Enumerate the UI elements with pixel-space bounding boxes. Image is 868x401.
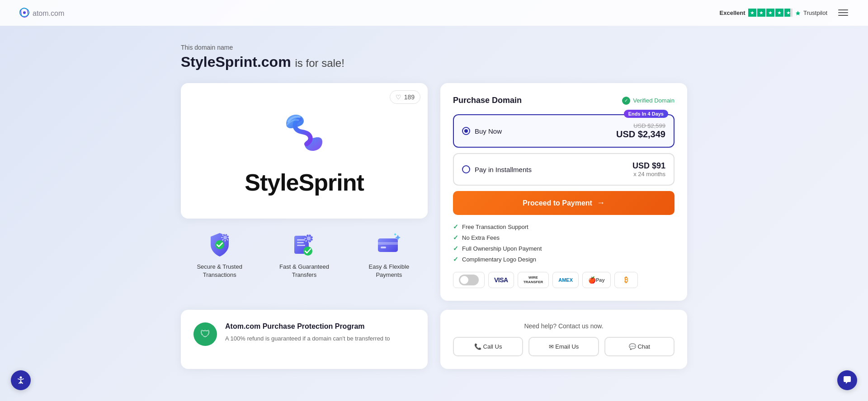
svg-rect-8 [297,245,305,246]
hamburger-menu[interactable] [836,8,850,18]
feature-ownership: ✓ Full Ownership Upon Payment [453,245,675,252]
features-row: Secure & TrustedTransactions [181,229,428,279]
check-icon-3: ✓ [453,245,458,252]
feature-payment-label: Easy & FlexiblePayments [369,263,410,279]
check-icon-2: ✓ [453,234,458,241]
purchase-panel: Purchase Domain ✓ Verified Domain Ends I… [440,83,687,301]
transfer-icon [290,229,319,258]
contact-btn-3[interactable]: 💬 Chat [604,337,675,356]
svg-marker-1 [796,11,800,15]
chat-button[interactable] [837,370,857,390]
payment-methods: VISA WIRETRANSFER AMEX 🍎 Pay ₿ [453,272,675,288]
star-3: ★ [766,9,774,17]
svg-rect-7 [297,242,304,243]
brand-name: StyleSprint [245,169,364,196]
bottom-section: 🛡 Atom.com Purchase Protection Program A… [163,310,705,387]
stars: ★ ★ ★ ★ ★ [748,9,793,17]
feature-fast-label: Fast & GuaranteedTransfers [279,263,329,279]
svg-point-10 [307,237,311,241]
purchase-title: Purchase Domain [453,96,522,105]
price-amount: USD $2,599 USD $2,349 [616,122,665,140]
payment-crypto: ₿ [614,272,638,288]
radio-buy-now [462,127,470,135]
logo-card: ♡ 189 [181,83,428,219]
trustpilot-icon [795,10,801,16]
verified-label: Verified Domain [633,97,675,104]
heart-icon: ♡ [396,93,401,101]
accessibility-button[interactable] [11,370,31,390]
verified-icon: ✓ [622,97,630,105]
toggle-icon [459,275,479,285]
buy-now-label: Buy Now [462,127,502,135]
installments-label: Pay in Installments [462,165,532,173]
feature-secure-label: Secure & TrustedTransactions [197,263,242,279]
star-2: ★ [757,9,765,17]
arrow-icon: → [597,198,605,208]
trustpilot-name: Trustpilot [795,9,827,16]
accessibility-icon [16,375,26,385]
nav-right: Excellent ★ ★ ★ ★ ★ Trustpilot [720,8,850,18]
star-4: ★ [775,9,783,17]
radio-installments [462,165,470,173]
contact-btn-1[interactable]: 📞 Call Us [453,337,523,356]
like-count: 189 [404,93,415,101]
payment-visa: VISA [488,272,514,288]
payment-icon [374,229,403,258]
brand-logo-graphic [277,106,331,162]
domain-label: This domain name [181,44,687,51]
payment-wire: WIRETRANSFER [518,272,549,288]
check-icon-1: ✓ [453,223,458,230]
navbar: atom.com Excellent ★ ★ ★ ★ ★ Trustpilot [0,0,868,26]
feature-free-support: ✓ Free Transaction Support [453,223,675,230]
payment-toggle[interactable] [453,272,485,288]
proceed-to-payment-button[interactable]: Proceed to Payment → [453,191,675,215]
left-panel: ♡ 189 [181,83,428,279]
svg-point-15 [20,377,22,379]
main-content: This domain name StyleSprint.com is for … [163,26,705,301]
star-1: ★ [748,9,756,17]
protection-content: Atom.com Purchase Protection Program A 1… [225,322,390,343]
svg-rect-6 [297,239,306,241]
installments-amount: USD $91 x 24 months [632,161,665,177]
purchase-header: Purchase Domain ✓ Verified Domain [453,96,675,105]
feature-secure: Secure & TrustedTransactions [181,229,258,279]
logo-text: atom.com [33,8,64,18]
shield-icon [205,229,234,258]
trustpilot-label: Excellent [720,9,745,16]
contact-label: Need help? Contact us now. [453,322,675,330]
original-price: USD $2,599 [616,122,665,129]
contact-card: Need help? Contact us now. 📞 Call Us ✉ E… [440,310,687,369]
buy-now-option[interactable]: Ends In 4 Days Buy Now USD $2,599 USD $2… [453,114,675,148]
protection-icon: 🛡 [193,322,217,346]
content-grid: ♡ 189 [181,83,687,301]
installments-option[interactable]: Pay in Installments USD $91 x 24 months [453,153,675,186]
domain-title: StyleSprint.com is for sale! [181,54,687,70]
chat-icon [842,375,852,385]
verified-badge: ✓ Verified Domain [622,97,675,105]
feature-logo: ✓ Complimentary Logo Design [453,256,675,263]
proceed-label: Proceed to Payment [523,199,592,207]
contact-btn-2[interactable]: ✉ Email Us [528,337,599,356]
current-price: USD $2,349 [616,129,665,140]
payment-amex: AMEX [552,272,579,288]
feature-no-fees: ✓ No Extra Fees [453,234,675,241]
contact-buttons: 📞 Call Us ✉ Email Us 💬 Chat [453,337,675,356]
protection-description: A 100% refund is guaranteed if a domain … [225,334,390,343]
domain-name: StyleSprint.com [181,54,291,70]
protection-card: 🛡 Atom.com Purchase Protection Program A… [181,310,428,369]
protection-title: Atom.com Purchase Protection Program [225,322,390,331]
stylesprint-logo-svg [277,106,331,160]
svg-point-0 [23,11,26,14]
monthly-price: USD $91 [632,161,665,171]
svg-rect-14 [381,247,386,248]
svg-rect-13 [378,242,398,245]
months-label: x 24 months [632,171,665,177]
for-sale-text: is for sale! [295,57,344,69]
svg-point-4 [223,236,227,239]
payment-apple: 🍎 Pay [582,272,611,288]
atom-logo-icon [18,6,31,19]
like-badge[interactable]: ♡ 189 [390,90,420,104]
purchase-features-list: ✓ Free Transaction Support ✓ No Extra Fe… [453,223,675,263]
logo[interactable]: atom.com [18,6,64,19]
svg-rect-12 [378,238,398,252]
